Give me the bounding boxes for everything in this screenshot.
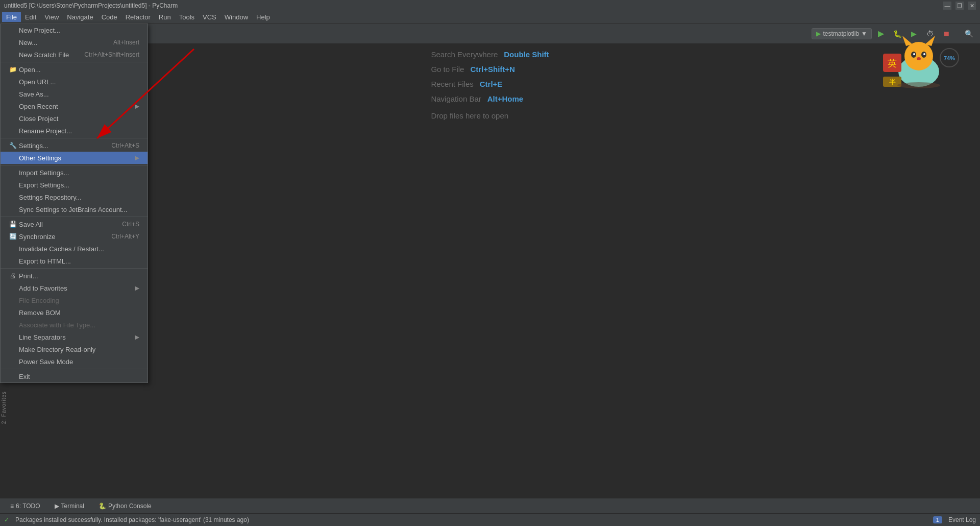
- menu-item-rename-project[interactable]: Rename Project...: [1, 125, 148, 137]
- menu-item-open-recent[interactable]: Open Recent ▶: [1, 100, 148, 112]
- hint-goto-file-text: Go to File: [431, 65, 464, 74]
- menu-file[interactable]: File: [2, 12, 21, 22]
- menu-vcs[interactable]: VCS: [199, 12, 220, 22]
- separator-1: [1, 62, 148, 62]
- menu-item-new-project[interactable]: New Project...: [1, 24, 148, 36]
- tab-todo-label: 6: TODO: [16, 503, 40, 510]
- hint-navigation-bar-key: Alt+Home: [487, 94, 523, 103]
- svg-marker-5: [925, 36, 935, 46]
- menu-item-invalidate-caches[interactable]: Invalidate Caches / Restart...: [1, 243, 148, 255]
- terminal-icon: ▶: [55, 503, 59, 510]
- menu-edit[interactable]: Edit: [21, 12, 40, 22]
- menu-item-settings[interactable]: 🔧Settings... Ctrl+Alt+S: [1, 139, 148, 152]
- exit-icon: [9, 372, 17, 380]
- menu-item-export-settings[interactable]: Export Settings...: [1, 179, 148, 191]
- menu-code[interactable]: Code: [97, 12, 121, 22]
- menu-item-synchronize[interactable]: 🔄Synchronize Ctrl+Alt+Y: [1, 230, 148, 243]
- menu-window[interactable]: Window: [220, 12, 252, 22]
- open-url-icon: [9, 78, 17, 86]
- mascot-illustration: 英 半 74%: [878, 28, 960, 89]
- menu-item-save-all[interactable]: 💾Save All Ctrl+S: [1, 218, 148, 230]
- svg-point-9: [923, 53, 925, 55]
- menu-bar: File Edit View Navigate Code Refactor Ru…: [0, 11, 980, 23]
- open-recent-icon: [9, 102, 17, 110]
- tab-python-console-label: Python Console: [108, 503, 152, 510]
- menu-navigate[interactable]: Navigate: [63, 12, 97, 22]
- menu-run[interactable]: Run: [155, 12, 175, 22]
- menu-item-exit[interactable]: Exit: [1, 370, 148, 382]
- tab-python-console[interactable]: 🐍 Python Console: [92, 500, 158, 512]
- menu-item-new-scratch[interactable]: New Scratch File Ctrl+Alt+Shift+Insert: [1, 49, 148, 61]
- hint-search-everywhere-text: Search Everywhere: [431, 50, 498, 59]
- print-icon: 🖨: [9, 272, 17, 280]
- run-config-selector[interactable]: ▶ testmatplotlib ▼: [812, 28, 872, 39]
- separator-3: [1, 165, 148, 165]
- menu-item-new[interactable]: New... Alt+Insert: [1, 36, 148, 49]
- menu-item-print[interactable]: 🖨Print...: [1, 270, 148, 282]
- save-all-icon: 💾: [9, 220, 17, 228]
- menu-item-associate-file-type: Associate with File Type...: [1, 319, 148, 331]
- sync-icon: [9, 205, 17, 213]
- rename-icon: [9, 127, 17, 135]
- favorites-icon: [9, 284, 17, 292]
- hints-container: Search Everywhere Double Shift Go to Fil…: [431, 44, 549, 120]
- hint-recent-files-text: Recent Files: [431, 80, 473, 88]
- search-everywhere-button[interactable]: 🔍: [962, 27, 976, 41]
- menu-item-close-project[interactable]: Close Project: [1, 112, 148, 125]
- menu-item-save-as[interactable]: Save As...: [1, 88, 148, 100]
- menu-item-make-readonly[interactable]: Make Directory Read-only: [1, 343, 148, 355]
- python-console-icon: 🐍: [99, 503, 106, 510]
- svg-text:74%: 74%: [944, 55, 955, 61]
- menu-item-settings-repo[interactable]: Settings Repository...: [1, 191, 148, 203]
- new-project-icon: [9, 26, 17, 34]
- menu-tools[interactable]: Tools: [175, 12, 199, 22]
- export-icon: [9, 181, 17, 189]
- separator-6: [1, 369, 148, 369]
- menu-refactor[interactable]: Refactor: [121, 12, 155, 22]
- svg-point-8: [913, 53, 915, 55]
- tab-todo[interactable]: ≡ 6: TODO: [4, 500, 46, 512]
- menu-item-power-save[interactable]: Power Save Mode: [1, 355, 148, 368]
- minimize-button[interactable]: —: [943, 2, 951, 10]
- menu-item-import-settings[interactable]: Import Settings...: [1, 166, 148, 179]
- menu-item-line-separators[interactable]: Line Separators ▶: [1, 331, 148, 343]
- menu-view[interactable]: View: [40, 12, 63, 22]
- new-scratch-icon: [9, 51, 17, 59]
- menu-item-export-html[interactable]: Export to HTML...: [1, 255, 148, 267]
- hint-recent-files-key: Ctrl+E: [480, 80, 503, 88]
- hint-goto-file-key: Ctrl+Shift+N: [470, 65, 515, 74]
- status-bar-right: 1 Event Log: [933, 516, 976, 523]
- settings-repo-icon: [9, 193, 17, 201]
- title-bar-title: untitled5 [C:\Users\Stone\PycharmProject…: [4, 2, 178, 9]
- menu-item-add-favorites[interactable]: Add to Favorites ▶: [1, 282, 148, 294]
- folder-icon: 📁: [9, 65, 17, 74]
- hint-recent-files: Recent Files Ctrl+E: [431, 80, 549, 88]
- hint-navigation-bar-text: Navigation Bar: [431, 94, 481, 103]
- status-message: Packages installed successfully. Install…: [15, 516, 249, 523]
- run-config-icon: ▶: [816, 30, 821, 37]
- event-log-label[interactable]: Event Log: [948, 516, 976, 523]
- svg-text:英: 英: [888, 58, 897, 68]
- import-icon: [9, 169, 17, 177]
- separator-4: [1, 217, 148, 217]
- bottom-tabs-bar: ≡ 6: TODO ▶ Terminal 🐍 Python Console: [0, 498, 980, 513]
- remove-bom-icon: [9, 308, 17, 317]
- menu-item-open-url[interactable]: Open URL...: [1, 76, 148, 88]
- make-readonly-icon: [9, 345, 17, 353]
- event-log-badge: 1: [933, 516, 942, 523]
- line-separators-icon: [9, 333, 17, 341]
- new-icon: [9, 38, 17, 46]
- menu-item-other-settings[interactable]: Other Settings ▶: [1, 152, 148, 164]
- associate-file-type-icon: [9, 321, 17, 329]
- title-bar-controls[interactable]: — ❐ ✕: [943, 2, 976, 10]
- maximize-button[interactable]: ❐: [955, 2, 964, 10]
- menu-help[interactable]: Help: [252, 12, 274, 22]
- mascot-svg: 英 半 74%: [878, 28, 960, 89]
- run-config-name: testmatplotlib: [823, 30, 859, 37]
- menu-item-open[interactable]: 📁Open...: [1, 63, 148, 76]
- tab-terminal[interactable]: ▶ Terminal: [48, 500, 90, 512]
- menu-item-remove-bom[interactable]: Remove BOM: [1, 306, 148, 319]
- close-button[interactable]: ✕: [968, 2, 976, 10]
- menu-item-sync-settings[interactable]: Sync Settings to JetBrains Account...: [1, 203, 148, 216]
- todo-icon: ≡: [10, 503, 14, 510]
